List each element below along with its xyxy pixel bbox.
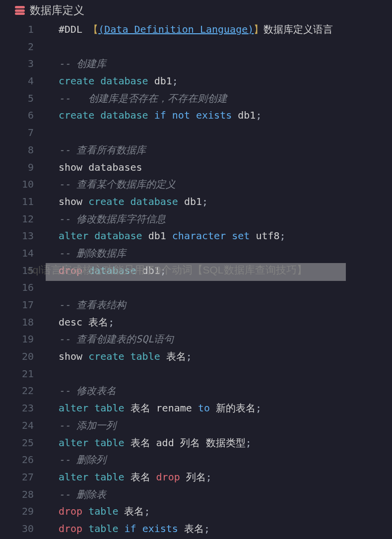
file-title: 数据库定义: [30, 3, 84, 18]
line-number: 18: [0, 314, 39, 331]
line-number: 19: [0, 331, 39, 348]
code-line[interactable]: alter table 表名 rename to 新的表名;: [59, 400, 392, 417]
line-number: 11: [0, 193, 39, 210]
line-number: 27: [0, 469, 39, 486]
code-line[interactable]: create database db1;: [59, 72, 392, 90]
line-number: 14: [0, 245, 39, 262]
code-line[interactable]: show create table 表名;: [59, 348, 392, 365]
line-number: 25: [0, 434, 39, 452]
code-line[interactable]: -- 删除表: [59, 486, 392, 503]
code-line[interactable]: show create database db1;: [59, 193, 392, 210]
line-number: 8: [0, 141, 39, 159]
code-line[interactable]: create database if not exists db1;: [59, 107, 392, 124]
code-line[interactable]: drop table 表名;: [59, 503, 392, 520]
line-number: 23: [0, 400, 39, 417]
selection-highlight: [46, 263, 346, 281]
line-number: 21: [0, 365, 39, 383]
line-number: 29: [0, 503, 39, 520]
line-number: 2: [0, 38, 39, 56]
line-number: 7: [0, 124, 39, 141]
line-number: 30: [0, 520, 39, 538]
line-number: 28: [0, 486, 39, 503]
code-line[interactable]: #DDL 【(Data Definition Language)】数据库定义语言: [59, 21, 392, 38]
line-number: 20: [0, 348, 39, 365]
code-line[interactable]: [59, 365, 392, 383]
code-line[interactable]: -- 查看创建表的SQL语句: [59, 331, 392, 348]
code-line[interactable]: -- 修改表名: [59, 382, 392, 400]
file-header: 数据库定义: [0, 0, 392, 21]
line-number: 16: [0, 279, 39, 296]
line-number: 26: [0, 451, 39, 469]
code-line[interactable]: -- 删除列: [59, 451, 392, 469]
line-number: 5: [0, 90, 39, 107]
code-line[interactable]: -- 删除数据库: [59, 245, 392, 262]
code-line[interactable]: -- 创建库是否存在，不存在则创建: [59, 90, 392, 107]
line-number: 9: [0, 159, 39, 176]
code-line[interactable]: -- 修改数据库字符信息: [59, 210, 392, 228]
line-number: 10: [0, 176, 39, 193]
line-number: 13: [0, 227, 39, 245]
code-line[interactable]: -- 查看表结构: [59, 296, 392, 314]
code-line[interactable]: desc 表名;: [59, 314, 392, 331]
line-number: 24: [0, 417, 39, 434]
database-icon: [15, 6, 25, 15]
code-line[interactable]: alter table 表名 drop 列名;: [59, 469, 392, 486]
line-number: 3: [0, 55, 39, 72]
line-number: 12: [0, 210, 39, 228]
line-number: 6: [0, 107, 39, 124]
line-number: 4: [0, 72, 39, 90]
code-line[interactable]: alter table 表名 add 列名 数据类型;: [59, 434, 392, 452]
code-line[interactable]: [59, 124, 392, 141]
code-line[interactable]: drop table if exists 表名;: [59, 520, 392, 538]
line-number: 22: [0, 382, 39, 400]
code-line[interactable]: show databases: [59, 159, 392, 176]
code-line[interactable]: [59, 38, 392, 56]
code-line[interactable]: [59, 279, 392, 296]
line-number: 17: [0, 296, 39, 314]
code-line[interactable]: alter database db1 character set utf8;: [59, 227, 392, 245]
line-number: 1: [0, 21, 39, 38]
code-line[interactable]: -- 创建库: [59, 55, 392, 72]
line-gutter: 1234567891011121314151617181920212223242…: [0, 21, 39, 538]
code-line[interactable]: -- 查看所有数据库: [59, 141, 392, 159]
code-line[interactable]: -- 添加一列: [59, 417, 392, 434]
code-line[interactable]: -- 查看某个数据库的定义: [59, 176, 392, 193]
